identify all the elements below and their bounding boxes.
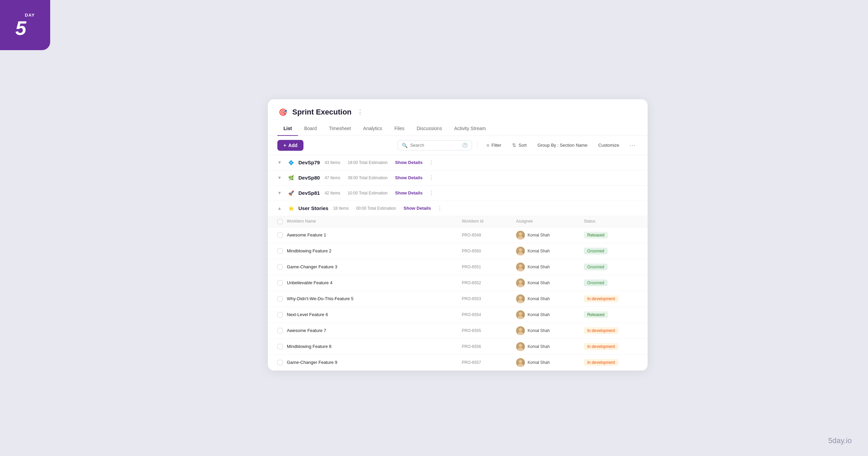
row-checkbox-0[interactable]: [277, 232, 283, 238]
row-assignee-2: Komal Shah: [516, 263, 584, 271]
search-icon: 🔍: [402, 143, 408, 148]
row-id-8: PRO-6557: [462, 360, 516, 365]
tab-files[interactable]: Files: [388, 123, 411, 136]
group-menu-devsp79[interactable]: ⋮: [429, 159, 434, 166]
col-header-id: Workitem Id: [462, 219, 516, 224]
filter-icon: ≡: [487, 142, 490, 148]
assignee-name-8: Komal Shah: [528, 360, 550, 365]
filter-button[interactable]: ≡ Filter: [483, 140, 505, 150]
group-chevron-user-stories[interactable]: ▲: [277, 206, 283, 211]
table-row: Awesome Feature 7 PRO-6555 Komal Shah In…: [268, 323, 648, 339]
group-row-devsp81: ▼ 🚀 DevSp81 42 Items 10:00 Total Estimat…: [268, 186, 648, 201]
assignee-name-4: Komal Shah: [528, 296, 550, 301]
svg-point-10: [519, 312, 522, 315]
group-menu-user-stories[interactable]: ⋮: [437, 205, 442, 211]
svg-point-3: [518, 252, 523, 255]
more-options-button[interactable]: ⋯: [627, 140, 638, 150]
col-header-assignee: Assignee: [516, 219, 584, 224]
row-status-7: In development: [584, 343, 638, 350]
group-show-details-devsp79[interactable]: Show Details: [395, 160, 422, 165]
table-row: Unbelievable Feature 4 PRO-6552 Komal Sh…: [268, 275, 648, 291]
group-count-devsp81: 42 Items: [324, 191, 340, 195]
sort-button[interactable]: ⇅ Sort: [509, 140, 530, 150]
avatar-7: [516, 342, 525, 351]
search-box[interactable]: 🔍 🕐: [397, 140, 472, 150]
group-chevron-devsp79[interactable]: ▼: [277, 160, 283, 165]
row-checkbox-4[interactable]: [277, 296, 283, 302]
row-status-8: In development: [584, 359, 638, 366]
assignee-name-0: Komal Shah: [528, 233, 550, 237]
row-assignee-0: Komal Shah: [516, 231, 584, 240]
group-estimation-devsp81: 10:00 Total Estimation: [348, 191, 388, 195]
status-badge-6: In development: [584, 327, 618, 334]
row-checkbox-5[interactable]: [277, 312, 283, 317]
header-menu-button[interactable]: ⋮: [357, 108, 363, 116]
svg-point-8: [519, 296, 522, 299]
row-checkbox-8[interactable]: [277, 360, 283, 365]
row-checkbox-1[interactable]: [277, 248, 283, 254]
status-badge-5: Released: [584, 311, 608, 318]
row-checkbox-6[interactable]: [277, 328, 283, 333]
group-show-details-devsp81[interactable]: Show Details: [395, 190, 422, 195]
group-by-button[interactable]: Group By : Section Name: [534, 141, 591, 150]
search-input[interactable]: [410, 143, 459, 148]
group-show-details-user-stories[interactable]: Show Details: [403, 206, 431, 211]
tab-timesheet[interactable]: Timesheet: [323, 123, 357, 136]
divider-1: [477, 142, 478, 149]
status-badge-3: Groomed: [584, 279, 608, 286]
add-button[interactable]: + Add: [277, 140, 303, 151]
row-name-3: Unbelievable Feature 4: [287, 280, 462, 285]
svg-point-0: [519, 232, 522, 236]
status-badge-2: Groomed: [584, 264, 608, 270]
row-checkbox-7[interactable]: [277, 344, 283, 349]
row-assignee-6: Komal Shah: [516, 326, 584, 335]
filter-label: Filter: [491, 143, 501, 148]
group-chevron-devsp81[interactable]: ▼: [277, 190, 283, 195]
group-menu-devsp80[interactable]: ⋮: [429, 174, 434, 181]
tab-list[interactable]: List: [277, 123, 298, 136]
group-show-details-devsp80[interactable]: Show Details: [395, 175, 422, 180]
tab-board[interactable]: Board: [298, 123, 323, 136]
row-status-6: In development: [584, 327, 638, 334]
group-estimation-user-stories: 00:00 Total Estimation: [356, 206, 396, 211]
row-name-6: Awesome Feature 7: [287, 328, 462, 333]
row-checkbox-3[interactable]: [277, 280, 283, 286]
row-id-4: PRO-6553: [462, 296, 516, 301]
assignee-name-7: Komal Shah: [528, 344, 550, 349]
row-assignee-7: Komal Shah: [516, 342, 584, 351]
svg-point-6: [519, 280, 522, 284]
avatar-2: [516, 263, 525, 271]
svg-point-12: [519, 328, 522, 331]
row-id-6: PRO-6555: [462, 328, 516, 333]
tab-discussions[interactable]: Discussions: [411, 123, 448, 136]
logo-five-text: 5: [15, 18, 26, 38]
group-row-devsp80: ▼ 🌿 DevSp80 47 Items 39:00 Total Estimat…: [268, 170, 648, 186]
group-by-label: Group By : Section Name: [537, 143, 587, 148]
avatar-1: [516, 247, 525, 255]
watermark: 5day.io: [828, 436, 852, 445]
tab-analytics[interactable]: Analytics: [357, 123, 388, 136]
group-menu-devsp81[interactable]: ⋮: [429, 190, 434, 196]
svg-point-13: [518, 332, 523, 335]
row-assignee-4: Komal Shah: [516, 294, 584, 303]
row-name-2: Game-Changer Feature 3: [287, 264, 462, 269]
svg-point-16: [519, 360, 522, 363]
card-header: 🎯 Sprint Execution ⋮ List Board Timeshee…: [268, 99, 648, 136]
svg-point-9: [518, 300, 523, 303]
status-badge-4: In development: [584, 295, 618, 302]
svg-point-17: [518, 364, 523, 367]
row-id-1: PRO-6550: [462, 249, 516, 253]
row-id-0: PRO-6549: [462, 233, 516, 237]
select-all-checkbox[interactable]: [277, 219, 283, 224]
col-header-name: Workitem Name: [287, 219, 462, 224]
svg-point-2: [519, 248, 522, 252]
customize-button[interactable]: Customize: [595, 141, 623, 150]
row-status-1: Groomed: [584, 248, 638, 254]
sort-icon: ⇅: [512, 142, 516, 148]
row-checkbox-2[interactable]: [277, 264, 283, 270]
group-name-user-stories: User Stories: [298, 205, 328, 211]
table-row: Game-Changer Feature 3 PRO-6551 Komal Sh…: [268, 259, 648, 275]
row-id-2: PRO-6551: [462, 265, 516, 269]
group-chevron-devsp80[interactable]: ▼: [277, 175, 283, 180]
tab-activity-stream[interactable]: Activity Stream: [448, 123, 492, 136]
